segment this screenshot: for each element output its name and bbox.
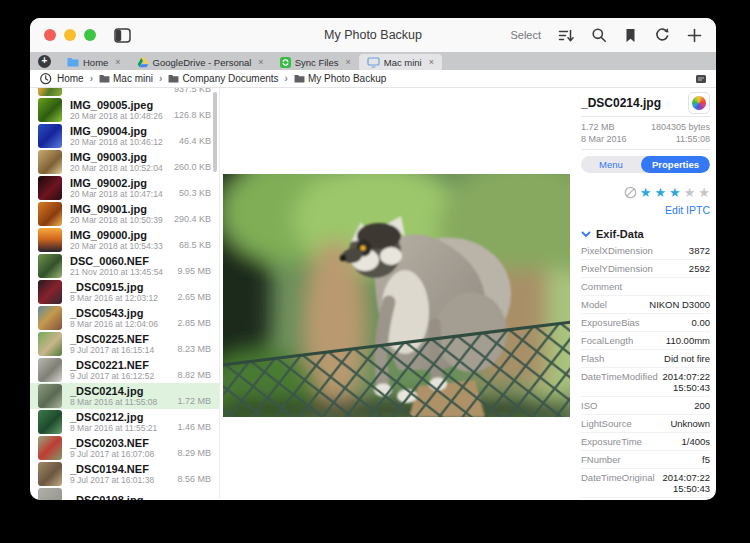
file-row[interactable]: _DSC0915.jpg 8 Mar 2016 at 12:03:12 2.65… <box>30 279 219 305</box>
file-row[interactable]: _DSC0194.NEF 9 Jul 2017 at 16:01:38 8.56… <box>30 461 219 487</box>
preview-pane <box>220 88 575 500</box>
exif-row: ExposureTime 1/400s <box>581 433 710 451</box>
chevron-right-icon: › <box>159 73 162 84</box>
file-thumbnail <box>38 280 62 304</box>
file-row[interactable]: IMG_09002.jpg 20 Mar 2018 at 10:47:14 50… <box>30 175 219 201</box>
sort-descending-icon[interactable] <box>558 28 574 43</box>
properties-segment[interactable]: Properties <box>641 156 710 173</box>
close-window-button[interactable] <box>44 29 56 41</box>
exif-value: 110.00mm <box>666 335 710 346</box>
select-button[interactable]: Select <box>510 29 541 41</box>
file-thumbnail <box>38 124 62 148</box>
chevron-right-icon: › <box>285 73 288 84</box>
file-row[interactable]: _DSC0221.NEF 9 Jul 2017 at 16:12:52 8.82… <box>30 357 219 383</box>
file-row[interactable]: DSC_0060.NEF 21 Nov 2010 at 13:45:54 9.9… <box>30 253 219 279</box>
tab-home[interactable]: Home × <box>59 54 129 70</box>
file-size: 8.29 MB <box>177 448 211 458</box>
file-size: 260.0 KB <box>174 162 211 172</box>
close-tab-icon[interactable]: × <box>429 57 434 67</box>
exif-row: PixelYDimension 2592 <box>581 260 710 278</box>
star-icon[interactable]: ★ <box>640 186 652 199</box>
zoom-window-button[interactable] <box>84 29 96 41</box>
folder-icon <box>294 74 305 83</box>
file-size: 8.82 MB <box>177 370 211 380</box>
exif-row: ISO 200 <box>581 397 710 415</box>
file-date: 9 Jul 2017 at 16:01:38 <box>70 475 177 485</box>
star-icon[interactable]: ★ <box>698 186 710 199</box>
file-row[interactable]: _DSC0214.jpg 8 Mar 2016 at 11:55:08 1.72… <box>30 383 219 409</box>
exif-value: Did not fire <box>664 353 710 364</box>
file-date: 8 Mar 2016 at 11:55:08 <box>70 397 177 407</box>
file-row[interactable]: 20 Mar 2018 at 10:50:58 937.5 KB <box>30 88 219 97</box>
exif-value: Unknown <box>670 418 710 429</box>
file-row[interactable]: _DSC0225.NEF 9 Jul 2017 at 16:15:14 8.23… <box>30 331 219 357</box>
breadcrumb-item-my-photo-backup[interactable]: My Photo Backup <box>294 73 386 84</box>
inspector-panel: _DSC0214.jpg 1.72 MB 1804305 bytes 8 Mar… <box>575 88 716 500</box>
star-icon[interactable]: ★ <box>684 186 696 199</box>
exif-label: ExposureBias <box>581 317 640 328</box>
file-list: 20 Mar 2018 at 10:50:58 937.5 KB IMG_090… <box>30 88 220 500</box>
breadcrumb-item-macmini[interactable]: Mac mini <box>99 73 153 84</box>
tab-googledrive[interactable]: GoogleDrive - Personal × <box>129 54 272 70</box>
refresh-icon[interactable] <box>654 27 670 43</box>
file-thumbnail <box>38 332 62 356</box>
exif-label: ExposureTime <box>581 436 642 447</box>
traffic-lights <box>44 29 96 41</box>
star-icon[interactable]: ★ <box>669 186 681 199</box>
file-size: 937.5 KB <box>174 88 211 94</box>
menu-segment[interactable]: Menu <box>581 156 641 173</box>
file-size: 68.5 KB <box>179 240 211 250</box>
info-size-bytes: 1804305 bytes <box>651 121 710 133</box>
file-row[interactable]: IMG_09005.jpeg 20 Mar 2018 at 10:48:26 1… <box>30 97 219 123</box>
folder-icon <box>168 74 179 83</box>
file-row[interactable]: _DSC0543.jpg 8 Mar 2016 at 12:04:06 2.85… <box>30 305 219 331</box>
add-icon[interactable] <box>687 28 702 43</box>
breadcrumb-item-home[interactable]: Home <box>57 73 84 84</box>
file-name: _DSC0221.NEF <box>70 359 177 371</box>
title-bar: My Photo Backup Select <box>30 18 716 52</box>
file-row[interactable]: IMG_09001.jpg 20 Mar 2018 at 10:50:39 29… <box>30 201 219 227</box>
close-tab-icon[interactable]: × <box>345 57 350 67</box>
exif-value: f5 <box>702 454 710 465</box>
exif-section-header[interactable]: Exif-Data <box>581 228 710 240</box>
breadcrumb-item-company-documents[interactable]: Company Documents <box>168 73 278 84</box>
exif-row: Model NIKON D3000 <box>581 296 710 314</box>
search-icon[interactable] <box>591 27 607 43</box>
file-thumbnail <box>38 384 62 408</box>
list-scrollbar[interactable] <box>213 92 217 172</box>
file-date: 20 Mar 2018 at 10:54:33 <box>70 241 179 251</box>
file-row[interactable]: IMG_09003.jpg 20 Mar 2018 at 10:52:04 26… <box>30 149 219 175</box>
tab-macmini[interactable]: Mac mini × <box>359 54 442 70</box>
tab-label: GoogleDrive - Personal <box>153 57 252 68</box>
exif-label: DateTimeModified <box>581 371 658 382</box>
tab-syncfiles[interactable]: Sync Files × <box>272 54 359 70</box>
sidebar-toggle-icon[interactable] <box>114 28 131 43</box>
file-row[interactable]: _DSC0212.jpg 8 Mar 2016 at 11:55:21 1.46… <box>30 409 219 435</box>
file-thumbnail <box>38 436 62 460</box>
edit-iptc-link[interactable]: Edit IPTC <box>581 204 710 216</box>
file-thumbnail <box>38 306 62 330</box>
file-thumbnail <box>38 98 62 122</box>
photo-preview[interactable] <box>223 174 570 417</box>
file-row[interactable]: IMG_09004.jpg 20 Mar 2018 at 10:46:12 46… <box>30 123 219 149</box>
exif-row: ExposureBias 0.00 <box>581 314 710 332</box>
panel-icon[interactable] <box>695 74 707 84</box>
file-size: 9.95 MB <box>177 266 211 276</box>
add-tab-button[interactable]: + <box>38 55 51 68</box>
file-name: _DSC0212.jpg <box>70 411 177 423</box>
history-icon[interactable] <box>39 72 52 85</box>
exif-label: PixelYDimension <box>581 263 653 274</box>
minimize-window-button[interactable] <box>64 29 76 41</box>
exif-label: FocalLength <box>581 335 633 346</box>
file-row[interactable]: IMG_09000.jpg 20 Mar 2018 at 10:54:33 68… <box>30 227 219 253</box>
file-name: IMG_09000.jpg <box>70 229 179 241</box>
no-rating-icon[interactable] <box>624 186 637 199</box>
close-tab-icon[interactable]: × <box>258 57 263 67</box>
file-thumbnail <box>38 358 62 382</box>
file-size: 2.65 MB <box>177 292 211 302</box>
bookmark-icon[interactable] <box>624 28 637 43</box>
close-tab-icon[interactable]: × <box>115 57 120 67</box>
file-row[interactable]: _DSC0108.jpg <box>30 487 219 500</box>
star-icon[interactable]: ★ <box>654 186 666 199</box>
file-row[interactable]: _DSC0203.NEF 9 Jul 2017 at 16:07:08 8.29… <box>30 435 219 461</box>
